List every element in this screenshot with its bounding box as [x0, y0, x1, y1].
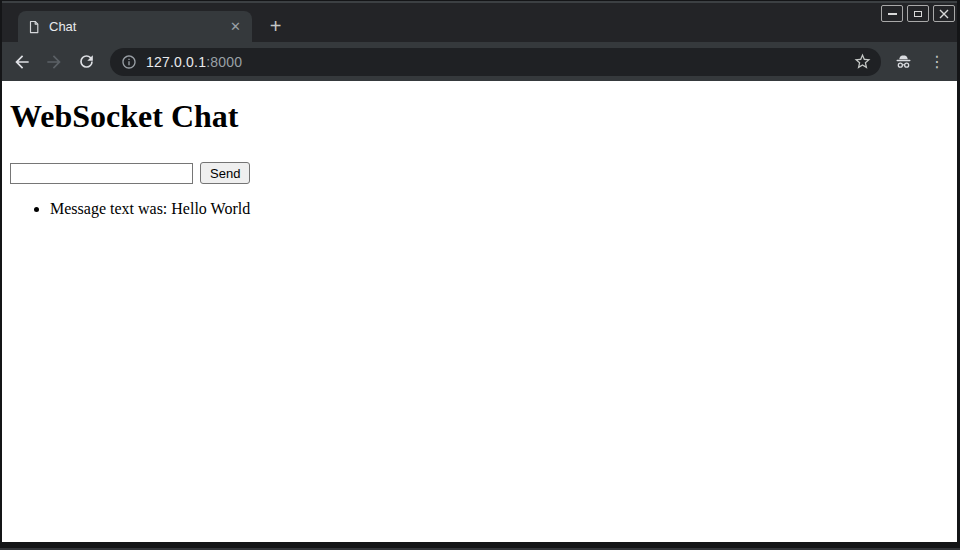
- tab-strip: Chat ✕ +: [2, 1, 957, 42]
- url-text: 127.0.0.1:8000: [146, 54, 242, 70]
- back-arrow-icon: [12, 52, 32, 72]
- maximize-icon: [914, 11, 922, 17]
- minimize-button[interactable]: [881, 5, 903, 22]
- info-icon: [121, 54, 137, 70]
- message-input[interactable]: [10, 163, 193, 184]
- forward-arrow-icon: [44, 52, 64, 72]
- message-item: Message text was: Hello World: [50, 199, 949, 218]
- close-icon: [939, 9, 949, 19]
- page-title: WebSocket Chat: [10, 98, 949, 135]
- tab-title: Chat: [49, 19, 227, 34]
- site-info-button[interactable]: [120, 51, 138, 73]
- page-content: WebSocket Chat Send Message text was: He…: [2, 81, 957, 542]
- url-host: 127.0.0.1: [146, 54, 206, 70]
- reload-button[interactable]: [74, 50, 98, 74]
- document-icon: [27, 20, 41, 34]
- send-button[interactable]: Send: [200, 162, 250, 184]
- message-list: Message text was: Hello World: [10, 199, 949, 218]
- star-icon: [853, 52, 872, 71]
- minimize-icon: [888, 13, 897, 15]
- toolbar-right: ⋮: [891, 50, 949, 74]
- back-button[interactable]: [10, 50, 34, 74]
- incognito-icon: [891, 50, 915, 74]
- menu-kebab-icon[interactable]: ⋮: [925, 50, 949, 74]
- close-button[interactable]: [933, 5, 955, 22]
- message-form: Send: [10, 162, 949, 184]
- tab-close-icon[interactable]: ✕: [227, 18, 244, 35]
- browser-tab[interactable]: Chat ✕: [18, 11, 252, 42]
- window-controls: [881, 5, 955, 22]
- reload-icon: [77, 52, 96, 71]
- bookmark-star-button[interactable]: [851, 51, 873, 73]
- browser-toolbar: 127.0.0.1:8000: [2, 42, 957, 81]
- maximize-button[interactable]: [907, 5, 929, 22]
- url-port: :8000: [206, 54, 242, 70]
- forward-button[interactable]: [42, 50, 66, 74]
- address-bar[interactable]: 127.0.0.1:8000: [110, 48, 881, 76]
- browser-window: Chat ✕ +: [0, 0, 960, 550]
- new-tab-button[interactable]: +: [262, 13, 289, 40]
